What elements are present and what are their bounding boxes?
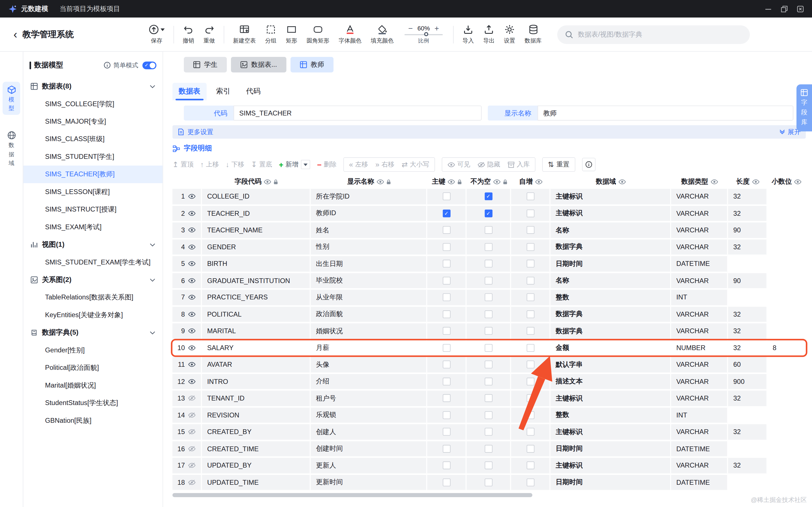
add-field-button[interactable]: +新增 — [279, 160, 298, 169]
checkbox[interactable] — [485, 445, 492, 453]
data-domain-cell[interactable]: 日期时间 — [550, 474, 671, 490]
data-type-cell[interactable]: VARCHAR — [671, 391, 728, 406]
field-code-cell[interactable]: INTRO — [202, 374, 311, 389]
auto-inc-cell[interactable] — [511, 458, 551, 473]
field-name-cell[interactable]: 所在学院ID — [311, 189, 427, 204]
tool-database[interactable]: 数据库 — [520, 24, 546, 45]
data-domain-cell[interactable]: 日期时间 — [550, 256, 671, 271]
not-null-cell[interactable] — [467, 357, 511, 372]
field-row-SALARY[interactable]: 10SALARY月薪金额NUMBER328 — [172, 340, 806, 355]
data-domain-cell[interactable]: 默认字串 — [550, 357, 671, 372]
tree-item[interactable]: SMIS_STUDENT_EXAM[学生考试] — [23, 253, 163, 271]
data-type-cell[interactable]: DATETIME — [671, 441, 728, 456]
checkbox[interactable] — [526, 428, 534, 436]
field-row-INTRO[interactable]: 12INTRO介绍描述文本VARCHAR900 — [172, 374, 806, 389]
checkbox[interactable] — [442, 193, 450, 201]
field-row-AVATAR[interactable]: 11AVATAR头像默认字串VARCHAR60 — [172, 357, 806, 372]
checkbox[interactable] — [526, 462, 534, 469]
data-type-cell[interactable]: VARCHAR — [671, 239, 728, 255]
field-tool-隐藏[interactable]: 隐藏 — [477, 160, 500, 169]
tree-item[interactable]: SIMS_LESSON[课程] — [23, 183, 163, 201]
doc-tab[interactable]: 教师 — [290, 57, 333, 72]
length-cell[interactable] — [728, 256, 767, 271]
checkbox[interactable] — [442, 311, 450, 318]
data-domain-cell[interactable]: 主键标识 — [550, 391, 671, 406]
tool-export[interactable]: 导出 — [478, 24, 499, 45]
field-name-cell[interactable]: 出生日期 — [311, 256, 427, 271]
length-cell[interactable]: 32 — [728, 323, 767, 339]
auto-inc-cell[interactable] — [511, 290, 551, 305]
auto-inc-cell[interactable] — [511, 374, 551, 389]
tree-item[interactable]: Marital[婚姻状况] — [23, 377, 163, 394]
checkbox[interactable] — [526, 209, 534, 217]
field-code-cell[interactable]: MARITAL — [202, 323, 311, 339]
checkbox[interactable] — [442, 277, 450, 284]
checkbox[interactable]: ✓ — [485, 193, 492, 201]
data-domain-cell[interactable]: 主键标识 — [550, 189, 671, 204]
length-cell[interactable] — [728, 441, 767, 456]
length-cell[interactable]: 32 — [728, 340, 767, 355]
tree-item[interactable]: SIMS_INSTRUCT[授课] — [23, 201, 163, 218]
data-type-cell[interactable]: VARCHAR — [671, 323, 728, 339]
field-code-cell[interactable]: REVISION — [202, 407, 311, 422]
tool-rect[interactable]: 矩形 — [281, 24, 302, 45]
field-tool-置底[interactable]: ↧置底 — [251, 160, 272, 169]
length-cell[interactable]: 32 — [728, 391, 767, 406]
data-domain-cell[interactable]: 描述文本 — [550, 374, 671, 389]
field-name-cell[interactable]: 头像 — [311, 357, 427, 372]
auto-inc-cell[interactable] — [511, 306, 551, 322]
zoom-slider-knob[interactable] — [424, 32, 428, 36]
decimal-cell[interactable] — [767, 441, 806, 456]
checkbox[interactable] — [442, 445, 450, 453]
pk-cell[interactable] — [427, 273, 467, 288]
pk-cell[interactable] — [427, 391, 467, 406]
checkbox[interactable] — [526, 411, 534, 419]
field-code-cell[interactable]: TEACHER_ID — [202, 206, 311, 221]
minimize-button[interactable] — [765, 5, 772, 12]
data-type-cell[interactable]: VARCHAR — [671, 206, 728, 221]
data-domain-cell[interactable]: 主键标识 — [550, 424, 671, 439]
chevron-down-icon[interactable] — [150, 243, 155, 246]
field-code-cell[interactable]: GENDER — [202, 239, 311, 255]
tree-section-tables[interactable]: 数据表(8) — [23, 78, 163, 95]
checkbox[interactable] — [442, 478, 450, 487]
auto-inc-cell[interactable] — [511, 340, 551, 355]
doc-tab[interactable]: 数据表... — [231, 57, 286, 72]
field-code-cell[interactable]: UPDATED_BY — [202, 458, 311, 473]
field-code-cell[interactable]: CREATED_TIME — [202, 441, 311, 456]
tree-section-relations[interactable]: 关系图(2) — [23, 271, 163, 288]
field-name-cell[interactable]: 毕业院校 — [311, 273, 427, 288]
field-row-BIRTH[interactable]: 5BIRTH出生日期日期时间DATETIME — [172, 256, 806, 271]
field-name-cell[interactable]: 创建人 — [311, 424, 427, 439]
search-input[interactable]: 数据表/视图/数据字典 — [557, 25, 750, 44]
pk-cell[interactable] — [427, 357, 467, 372]
chevron-down-icon[interactable] — [150, 84, 155, 88]
field-code-cell[interactable]: TENANT_ID — [202, 391, 311, 406]
data-domain-cell[interactable]: 整数 — [550, 290, 671, 305]
checkbox[interactable] — [526, 445, 534, 453]
checkbox[interactable] — [442, 394, 450, 402]
checkbox[interactable] — [526, 277, 534, 284]
add-field-dropdown[interactable] — [301, 160, 310, 169]
checkbox[interactable] — [526, 478, 534, 487]
auto-inc-cell[interactable] — [511, 239, 551, 255]
data-type-cell[interactable]: VARCHAR — [671, 424, 728, 439]
pk-cell[interactable] — [427, 407, 467, 422]
auto-inc-cell[interactable] — [511, 223, 551, 238]
checkbox[interactable] — [485, 277, 492, 284]
tool-settings[interactable]: 设置 — [499, 24, 520, 45]
data-type-cell[interactable]: VARCHAR — [671, 374, 728, 389]
data-domain-cell[interactable]: 整数 — [550, 407, 671, 422]
field-code-cell[interactable]: CREATED_BY — [202, 424, 311, 439]
not-null-cell[interactable] — [467, 239, 511, 255]
zoom-out-button[interactable]: − — [408, 24, 413, 32]
field-row-REVISION[interactable]: 14REVISION乐观锁整数INT — [172, 407, 806, 422]
not-null-cell[interactable] — [467, 407, 511, 422]
field-code-cell[interactable]: UPDATED_TIME — [202, 474, 311, 490]
delete-field-button[interactable]: −删除 — [317, 160, 337, 169]
field-tool-置顶[interactable]: ↥置顶 — [172, 160, 194, 169]
tree-item[interactable]: SIMS_CLASS[班级] — [23, 130, 163, 148]
checkbox[interactable] — [526, 260, 534, 268]
field-name-cell[interactable]: 政治面貌 — [311, 306, 427, 322]
field-row-COLLEGE_ID[interactable]: 1COLLEGE_ID所在学院ID✓主键标识VARCHAR32 — [172, 189, 806, 204]
